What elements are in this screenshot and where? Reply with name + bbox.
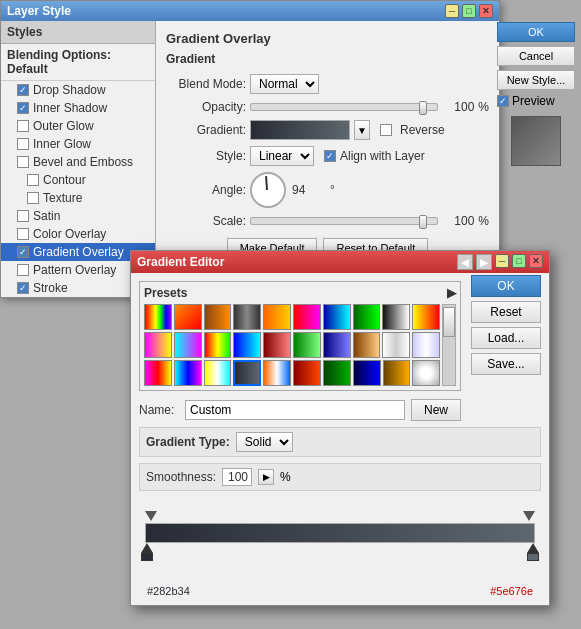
ge-minimize-btn[interactable]: ─: [495, 254, 509, 268]
preset-swatch[interactable]: [323, 304, 351, 330]
maximize-btn[interactable]: □: [462, 4, 476, 18]
opacity-stop-left[interactable]: [145, 511, 157, 521]
panel-title: Gradient Overlay: [166, 31, 489, 46]
preset-swatch[interactable]: [293, 332, 321, 358]
preset-swatch[interactable]: [263, 332, 291, 358]
sidebar-item-satin[interactable]: Satin: [1, 207, 155, 225]
scale-slider[interactable]: [250, 217, 438, 225]
sidebar-item-texture[interactable]: Texture: [1, 189, 155, 207]
preset-swatch[interactable]: [383, 360, 411, 386]
sidebar-item-outer-glow[interactable]: Outer Glow: [1, 117, 155, 135]
sidebar-item-drop-shadow[interactable]: Drop Shadow: [1, 81, 155, 99]
pattern-overlay-checkbox[interactable]: [17, 264, 29, 276]
gradient-dropdown-arrow[interactable]: ▼: [354, 120, 370, 140]
blend-mode-select[interactable]: Normal: [250, 74, 319, 94]
sidebar-item-color-overlay[interactable]: Color Overlay: [1, 225, 155, 243]
preset-swatch[interactable]: [233, 332, 261, 358]
layer-style-titlebar: Layer Style ─ □ ✕: [1, 1, 499, 21]
ge-save-button[interactable]: Save...: [471, 353, 541, 375]
ge-reset-button[interactable]: Reset: [471, 301, 541, 323]
gradient-preview[interactable]: [250, 120, 350, 140]
smoothness-value[interactable]: [222, 468, 252, 486]
smoothness-label: Smoothness:: [146, 470, 216, 484]
gradient-type-select[interactable]: Solid: [236, 432, 293, 452]
pattern-overlay-label: Pattern Overlay: [33, 263, 116, 277]
minimize-btn[interactable]: ─: [445, 4, 459, 18]
opacity-slider[interactable]: [250, 103, 438, 111]
scale-thumb[interactable]: [419, 215, 427, 229]
preset-swatch[interactable]: [263, 360, 291, 386]
gradient-bar[interactable]: [145, 523, 535, 543]
presets-scrollbar[interactable]: [442, 304, 456, 386]
drop-shadow-checkbox[interactable]: [17, 84, 29, 96]
outer-glow-checkbox[interactable]: [17, 120, 29, 132]
preset-swatch[interactable]: [412, 332, 440, 358]
blending-options[interactable]: Blending Options: Default: [1, 44, 155, 81]
align-layer-checkbox[interactable]: [324, 150, 336, 162]
sidebar-item-contour[interactable]: Contour: [1, 171, 155, 189]
preset-swatch[interactable]: [263, 304, 291, 330]
color-overlay-checkbox[interactable]: [17, 228, 29, 240]
opacity-row: Opacity: 100 %: [166, 100, 489, 114]
stroke-checkbox[interactable]: [17, 282, 29, 294]
color-stop-left[interactable]: [141, 543, 153, 561]
preset-swatch[interactable]: [293, 304, 321, 330]
preset-swatch[interactable]: [412, 304, 440, 330]
preset-swatch[interactable]: [323, 332, 351, 358]
new-style-button[interactable]: New Style...: [497, 70, 575, 90]
ok-button[interactable]: OK: [497, 22, 575, 42]
ge-prev-btn[interactable]: ◀: [457, 254, 473, 270]
align-layer-container: Align with Layer: [324, 149, 425, 163]
preset-swatch[interactable]: [144, 332, 172, 358]
opacity-thumb[interactable]: [419, 101, 427, 115]
preset-swatch[interactable]: [353, 360, 381, 386]
preset-swatch[interactable]: [204, 360, 232, 386]
new-button[interactable]: New: [411, 399, 461, 421]
cancel-button[interactable]: Cancel: [497, 46, 575, 66]
preset-swatch[interactable]: [382, 304, 410, 330]
preset-swatch[interactable]: [144, 360, 172, 386]
preset-swatch[interactable]: [382, 332, 410, 358]
sidebar-item-inner-shadow[interactable]: Inner Shadow: [1, 99, 155, 117]
preset-swatch[interactable]: [174, 304, 202, 330]
preset-swatch[interactable]: [174, 360, 202, 386]
name-row: Name: New: [139, 399, 461, 421]
preset-swatch[interactable]: [353, 332, 381, 358]
presets-arrow[interactable]: ▶: [447, 286, 456, 300]
ge-load-button[interactable]: Load...: [471, 327, 541, 349]
bevel-emboss-checkbox[interactable]: [17, 156, 29, 168]
gradient-overlay-checkbox[interactable]: [17, 246, 29, 258]
preset-swatch[interactable]: [293, 360, 321, 386]
preset-swatch[interactable]: [204, 332, 232, 358]
preset-swatch[interactable]: [412, 360, 440, 386]
preset-swatch[interactable]: [174, 332, 202, 358]
ge-next-btn[interactable]: ▶: [476, 254, 492, 270]
opacity-stop-right[interactable]: [523, 511, 535, 521]
preview-checkbox[interactable]: [497, 95, 509, 107]
scrollbar-thumb[interactable]: [443, 307, 455, 337]
sidebar-item-inner-glow[interactable]: Inner Glow: [1, 135, 155, 153]
preset-swatch[interactable]: [144, 304, 172, 330]
name-input[interactable]: [185, 400, 405, 420]
smoothness-percent: %: [280, 470, 291, 484]
inner-glow-checkbox[interactable]: [17, 138, 29, 150]
color-stop-right[interactable]: [527, 543, 539, 561]
preset-swatch[interactable]: [204, 304, 232, 330]
style-select[interactable]: Linear: [250, 146, 314, 166]
ge-close-btn[interactable]: ✕: [529, 254, 543, 268]
texture-checkbox[interactable]: [27, 192, 39, 204]
reverse-checkbox[interactable]: [380, 124, 392, 136]
preset-swatch[interactable]: [233, 360, 261, 386]
preset-swatch[interactable]: [353, 304, 381, 330]
angle-dial[interactable]: [250, 172, 286, 208]
contour-checkbox[interactable]: [27, 174, 39, 186]
sidebar-item-bevel-emboss[interactable]: Bevel and Emboss: [1, 153, 155, 171]
ge-ok-button[interactable]: OK: [471, 275, 541, 297]
preset-swatch[interactable]: [323, 360, 351, 386]
ge-maximize-btn[interactable]: □: [512, 254, 526, 268]
inner-shadow-checkbox[interactable]: [17, 102, 29, 114]
satin-checkbox[interactable]: [17, 210, 29, 222]
preset-swatch[interactable]: [233, 304, 261, 330]
close-btn[interactable]: ✕: [479, 4, 493, 18]
smoothness-arrow[interactable]: ▶: [258, 469, 274, 485]
